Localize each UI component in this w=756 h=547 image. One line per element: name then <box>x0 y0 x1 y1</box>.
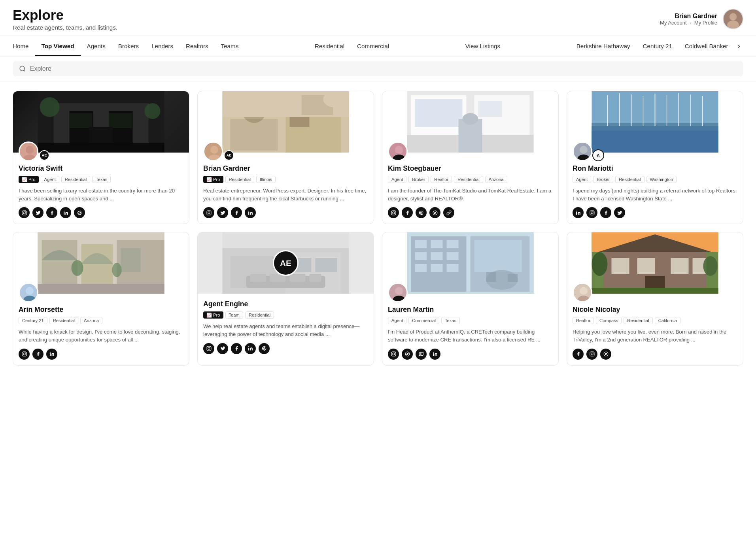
svg-point-12 <box>145 103 161 119</box>
card-name: Victoria Swift <box>19 164 183 173</box>
svg-point-3 <box>20 66 25 71</box>
compass-button[interactable] <box>429 207 440 218</box>
nav-item-agents[interactable]: Agents <box>81 37 112 55</box>
pinterest-button[interactable] <box>416 207 427 218</box>
nav-item-coldwell[interactable]: Coldwell Banker <box>679 37 735 55</box>
svg-rect-40 <box>415 99 463 127</box>
nav-item-view-listings[interactable]: View Listings <box>459 37 507 55</box>
tag-broker: Broker <box>593 176 613 183</box>
linkedin-button[interactable] <box>573 207 584 218</box>
svg-point-45 <box>463 113 478 125</box>
tag-washington: Washington <box>646 176 677 183</box>
instagram-button[interactable] <box>19 349 30 360</box>
tag-residential: Residential <box>454 176 483 183</box>
svg-rect-118 <box>447 264 459 272</box>
card-description: I am the founder of The TomKat Studio an… <box>388 187 553 202</box>
facebook-button[interactable] <box>32 349 43 360</box>
twitter-button[interactable] <box>217 343 228 354</box>
svg-rect-88 <box>22 352 26 356</box>
linkedin-button[interactable] <box>60 207 71 218</box>
facebook-button[interactable] <box>46 207 57 218</box>
instagram-button[interactable] <box>203 207 214 218</box>
card-avatar <box>573 141 592 161</box>
card-socials <box>203 207 368 218</box>
my-profile-link[interactable]: My Profile <box>694 20 717 26</box>
instagram-button[interactable] <box>203 343 214 354</box>
linkedin-button[interactable] <box>245 207 256 218</box>
svg-point-69 <box>580 146 588 154</box>
compass2-button[interactable] <box>416 349 427 360</box>
instagram-icon <box>590 210 595 215</box>
card-badge: AE <box>39 150 49 160</box>
nav-item-home[interactable]: Home <box>13 37 35 55</box>
svg-point-82 <box>72 260 83 276</box>
card-description: I have been selling luxury real estate i… <box>19 187 183 202</box>
facebook-button[interactable] <box>231 343 242 354</box>
nav-item-brokers[interactable]: Brokers <box>112 37 145 55</box>
tag-century21: Century 21 <box>19 317 47 324</box>
svg-point-129 <box>394 353 395 353</box>
facebook-button[interactable] <box>402 207 413 218</box>
facebook-button[interactable] <box>231 207 242 218</box>
instagram-button[interactable] <box>586 349 597 360</box>
tag-texas: Texas <box>441 317 460 324</box>
instagram-button[interactable] <box>388 349 399 360</box>
instagram-icon <box>391 210 396 215</box>
compass-button[interactable] <box>402 349 413 360</box>
card-brian-gardner[interactable]: AE Brian Gardner 📈 Pro Residential Illin… <box>197 91 374 224</box>
facebook-button[interactable] <box>573 349 584 360</box>
link-button[interactable] <box>443 207 454 218</box>
instagram-icon <box>206 346 212 351</box>
instagram-icon <box>22 210 27 215</box>
pinterest-button[interactable] <box>74 207 85 218</box>
svg-point-83 <box>112 263 122 277</box>
card-nicole-nicolay[interactable]: Nicole Nicolay Realtor Compass Residenti… <box>567 232 743 365</box>
nav-item-teams[interactable]: Teams <box>215 37 245 55</box>
property-image <box>382 91 558 153</box>
nav-item-top-viewed[interactable]: Top Viewed <box>35 37 81 56</box>
card-tags: Agent Broker Realtor Residential Arizona <box>388 176 553 183</box>
pinterest-button[interactable] <box>259 343 270 354</box>
nav-item-century21[interactable]: Century 21 <box>637 37 679 55</box>
linkedin-icon <box>248 346 253 351</box>
nav-item-commercial[interactable]: Commercial <box>351 37 395 55</box>
nav-item-realtors[interactable]: Realtors <box>180 37 215 55</box>
card-victoria-swift[interactable]: AE Victoria Swift 📈 Pro Agent Residentia… <box>13 91 189 224</box>
instagram-button[interactable] <box>388 207 399 218</box>
twitter-button[interactable] <box>614 207 625 218</box>
card-lauren-martin[interactable]: Lauren Martin Agent Commercial Texas I'm… <box>382 232 559 365</box>
linkedin-button[interactable] <box>245 343 256 354</box>
avatar-image <box>724 9 743 29</box>
twitter-button[interactable] <box>32 207 43 218</box>
search-icon <box>19 65 26 72</box>
card-kim-stoegbauer[interactable]: Kim Stoegbauer Agent Broker Realtor Resi… <box>382 91 559 224</box>
twitter-button[interactable] <box>217 207 228 218</box>
nav-more-button[interactable]: › <box>735 36 743 56</box>
tag-pro: 📈 Pro <box>203 311 223 319</box>
svg-point-150 <box>580 287 588 295</box>
nav-item-residential[interactable]: Residential <box>308 37 351 55</box>
svg-point-20 <box>64 211 64 211</box>
compass-button[interactable] <box>600 349 611 360</box>
twitter-icon <box>617 210 622 215</box>
card-description: While having a knack for design, I've co… <box>19 328 183 343</box>
svg-rect-49 <box>391 211 396 215</box>
card-avatar <box>19 141 38 161</box>
linkedin-button[interactable] <box>429 349 440 360</box>
card-agent-engine[interactable]: AE Agent Engine 📈 Pro Team Residential W… <box>197 232 374 365</box>
instagram-button[interactable] <box>19 207 30 218</box>
card-tags: Agent Broker Residential Washington <box>573 176 737 183</box>
card-arin-morsette[interactable]: Arin Morsette Century 21 Residential Ari… <box>13 232 189 365</box>
card-ron-mariotti[interactable]: A Ron Mariotti Agent Broker Residential … <box>567 91 743 224</box>
card-badge: AE <box>224 150 234 160</box>
user-avatar[interactable] <box>723 9 743 29</box>
instagram-button[interactable] <box>586 207 597 218</box>
header-user-info: Brian Gardner My Account · My Profile <box>660 13 717 26</box>
facebook-button[interactable] <box>600 207 611 218</box>
search-input[interactable] <box>30 65 737 72</box>
linkedin-button[interactable] <box>46 349 57 360</box>
nav-item-berkshire[interactable]: Berkshire Hathaway <box>570 37 637 55</box>
nav-item-lenders[interactable]: Lenders <box>145 37 180 55</box>
my-account-link[interactable]: My Account <box>660 20 687 26</box>
svg-marker-131 <box>406 353 408 355</box>
